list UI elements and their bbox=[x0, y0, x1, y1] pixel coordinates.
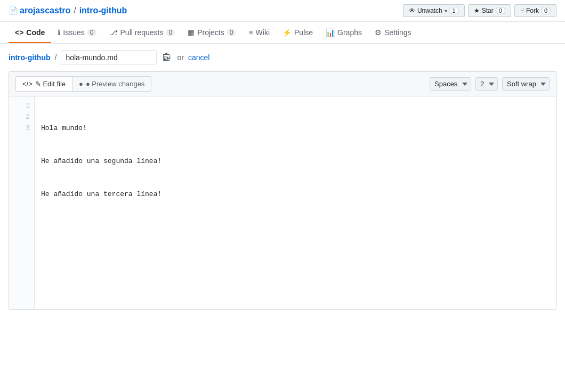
code-area: 1 2 3 Hola mundo! He añadido una segunda… bbox=[9, 96, 556, 309]
star-label: Star bbox=[482, 7, 494, 14]
fork-count: 0 bbox=[541, 7, 551, 14]
line-numbers: 1 2 3 bbox=[9, 96, 35, 309]
pulse-tab-label: Pulse bbox=[294, 28, 313, 37]
tab-settings[interactable]: ⚙ Settings bbox=[368, 22, 418, 43]
unwatch-button[interactable]: 👁 Unwatch ▾ 1 bbox=[403, 4, 465, 17]
wiki-tab-icon: ≡ bbox=[248, 28, 253, 37]
wrap-select[interactable]: Soft wrap No wrap bbox=[502, 77, 550, 91]
graphs-tab-label: Graphs bbox=[337, 28, 362, 37]
unwatch-count: 1 bbox=[449, 7, 459, 14]
unwatch-label: Unwatch bbox=[417, 7, 442, 14]
tab-issues[interactable]: ℹ Issues 0 bbox=[51, 22, 102, 43]
line-number-2: 2 bbox=[18, 112, 30, 123]
pr-count: 0 bbox=[166, 29, 175, 36]
preview-changes-label: ● Preview changes bbox=[86, 80, 144, 88]
nav-tabs: <> Code ℹ Issues 0 ⎇ Pull requests 0 ▦ P… bbox=[0, 22, 565, 44]
pr-tab-icon: ⎇ bbox=[109, 28, 118, 37]
tab-projects[interactable]: ▦ Projects 0 bbox=[181, 22, 242, 43]
code-line-1: Hola mundo! bbox=[41, 123, 550, 134]
projects-tab-label: Projects bbox=[197, 28, 224, 37]
editor-controls: Spaces Tabs 2 4 8 Soft wrap No wrap bbox=[430, 77, 550, 91]
tab-pulse[interactable]: ⚡ Pulse bbox=[276, 22, 319, 43]
settings-tab-label: Settings bbox=[384, 28, 411, 37]
editor-tabs: </> ✎ Edit file ● ● Preview changes bbox=[15, 76, 151, 92]
top-bar: 📄 arojascastro / intro-github 👁 Unwatch … bbox=[0, 0, 565, 22]
edit-file-tab[interactable]: </> ✎ Edit file bbox=[15, 76, 72, 92]
code-line-3: He añadido una tercera línea! bbox=[41, 189, 550, 200]
breadcrumb: intro-github / or cancel bbox=[0, 44, 565, 71]
editor-container: </> ✎ Edit file ● ● Preview changes Spac… bbox=[9, 71, 556, 310]
code-editor[interactable]: Hola mundo! He añadido una segunda línea… bbox=[35, 96, 556, 309]
top-actions: 👁 Unwatch ▾ 1 ★ Star 0 ⑂ Fork 0 bbox=[403, 4, 556, 17]
code-line-2: He añadido una segunda línea! bbox=[41, 156, 550, 167]
fork-label: Fork bbox=[526, 7, 539, 14]
settings-tab-icon: ⚙ bbox=[375, 28, 382, 37]
issues-count: 0 bbox=[87, 29, 96, 36]
fork-icon: ⑂ bbox=[520, 7, 524, 14]
breadcrumb-repo-link[interactable]: intro-github bbox=[9, 53, 51, 62]
pulse-tab-icon: ⚡ bbox=[282, 28, 292, 37]
title-separator: / bbox=[74, 6, 76, 15]
projects-count: 0 bbox=[227, 29, 236, 36]
pr-tab-label: Pull requests bbox=[120, 28, 164, 37]
fork-button[interactable]: ⑂ Fork 0 bbox=[514, 4, 556, 17]
repo-title: 📄 arojascastro / intro-github bbox=[9, 6, 127, 15]
repo-owner-link[interactable]: arojascastro bbox=[20, 6, 70, 15]
spaces-select[interactable]: Spaces Tabs bbox=[430, 77, 471, 91]
breadcrumb-or-text: or bbox=[177, 53, 183, 62]
line-number-3: 3 bbox=[18, 123, 30, 134]
code-tab-icon: <> bbox=[15, 28, 23, 37]
tab-pull-requests[interactable]: ⎇ Pull requests 0 bbox=[103, 22, 182, 43]
star-icon: ★ bbox=[474, 7, 480, 14]
cancel-link[interactable]: cancel bbox=[188, 53, 209, 62]
edit-file-label: ✎ Edit file bbox=[35, 80, 66, 88]
tab-code[interactable]: <> Code bbox=[9, 22, 51, 43]
filename-input[interactable] bbox=[61, 50, 157, 65]
issues-tab-icon: ℹ bbox=[58, 28, 60, 37]
editor-toolbar: </> ✎ Edit file ● ● Preview changes Spac… bbox=[9, 72, 556, 96]
indent-select[interactable]: 2 4 8 bbox=[475, 77, 498, 91]
code-tab-label: Code bbox=[26, 28, 45, 37]
wiki-tab-label: Wiki bbox=[256, 28, 270, 37]
copy-path-button[interactable] bbox=[161, 50, 173, 65]
repo-name-link[interactable]: intro-github bbox=[79, 6, 127, 15]
graphs-tab-icon: 📊 bbox=[326, 28, 335, 37]
edit-icon: </> bbox=[22, 80, 33, 88]
projects-tab-icon: ▦ bbox=[188, 28, 195, 37]
issues-tab-label: Issues bbox=[63, 28, 84, 37]
star-button[interactable]: ★ Star 0 bbox=[468, 4, 511, 17]
tab-wiki[interactable]: ≡ Wiki bbox=[242, 22, 276, 43]
file-icon: 📄 bbox=[9, 6, 18, 15]
star-count: 0 bbox=[496, 7, 505, 14]
preview-changes-tab[interactable]: ● ● Preview changes bbox=[72, 76, 151, 92]
tab-graphs[interactable]: 📊 Graphs bbox=[319, 22, 368, 43]
unwatch-dropdown-icon: ▾ bbox=[445, 8, 447, 14]
eye-icon: 👁 bbox=[409, 7, 415, 14]
breadcrumb-slash: / bbox=[55, 53, 57, 62]
preview-icon: ● bbox=[79, 80, 83, 88]
line-number-1: 1 bbox=[18, 101, 30, 112]
